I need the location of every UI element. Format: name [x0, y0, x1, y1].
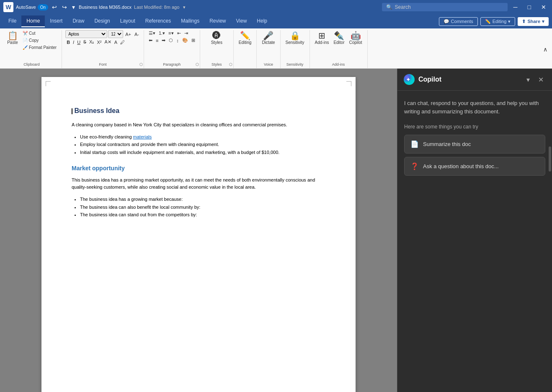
align-left-button[interactable]: ⬅	[147, 37, 154, 44]
share-chevron: ▾	[542, 19, 544, 24]
tab-layout[interactable]: Layout	[115, 15, 140, 27]
tab-draw[interactable]: Draw	[67, 15, 89, 27]
align-right-button[interactable]: ➡	[160, 37, 167, 44]
tab-help[interactable]: Help	[252, 15, 272, 27]
tab-review[interactable]: Review	[204, 15, 231, 27]
tab-design[interactable]: Design	[89, 15, 115, 27]
font-family-select[interactable]: Aptos	[65, 30, 107, 38]
paragraph-label: Paragraph	[144, 62, 200, 67]
copilot-minimize-button[interactable]: ▾	[524, 75, 532, 85]
market-para[interactable]: This business idea has a promising marke…	[72, 177, 325, 191]
font-selector-row: Aptos 12 A+ A-	[65, 30, 140, 38]
copilot-suggestion-summarize[interactable]: 📄 Summarize this doc	[404, 135, 545, 154]
ribbon-right-actions: 💬 Comments ✏️ Editing ▾ ⬆ Share ▾	[439, 17, 549, 26]
copilot-controls: ▾ ✕	[524, 75, 546, 85]
font-color-button[interactable]: A	[113, 39, 119, 45]
ribbon-tabs: File Home Insert Draw Design Layout Refe…	[0, 14, 552, 28]
autosave-toggle[interactable]: On	[38, 4, 48, 10]
last-modified: Last Modified: 8m ago	[134, 5, 179, 10]
tab-view[interactable]: View	[231, 15, 252, 27]
ribbon-group-font: Aptos 12 A+ A- B I U S̶ X₂ X² A✕ A 🖊 Fon…	[62, 30, 144, 68]
decrease-indent-button[interactable]: ⇤	[176, 30, 182, 36]
addins-label: Add-ins	[315, 40, 329, 45]
word-icon: W	[3, 2, 13, 12]
comments-icon: 💬	[444, 19, 449, 24]
autosave-label: AutoSave	[16, 5, 36, 10]
comments-button[interactable]: 💬 Comments	[439, 17, 478, 26]
multilevel-button[interactable]: ≡▾	[167, 30, 175, 36]
decrease-font-button[interactable]: A-	[133, 31, 140, 37]
editor-button[interactable]: ✒️ Editor	[331, 30, 346, 46]
format-painter-icon: 🖌️	[23, 45, 28, 50]
dictate-label: Dictate	[262, 40, 275, 45]
paragraph-expand-icon[interactable]: ⬡	[196, 62, 199, 67]
copilot-header: ✦ Copilot ▾ ✕	[397, 69, 552, 91]
superscript-button[interactable]: X²	[95, 39, 103, 45]
ribbon-content: 📋 Paste ✂️ Cut 📄 Copy 🖌️ Format Painter …	[0, 28, 552, 69]
format-painter-button[interactable]: 🖌️ Format Painter	[21, 44, 58, 51]
align-center-button[interactable]: ≡	[155, 38, 160, 44]
undo-button[interactable]: ↩	[51, 3, 58, 11]
paste-button[interactable]: 📋 Paste	[5, 30, 20, 46]
copilot-scrollbar[interactable]	[549, 146, 551, 172]
dictate-button[interactable]: 🎤 Dictate	[260, 30, 276, 46]
strikethrough-button[interactable]: S̶	[82, 39, 88, 45]
italic-button[interactable]: I	[72, 39, 75, 45]
materials-link[interactable]: materials	[133, 134, 152, 139]
subscript-button[interactable]: X₂	[88, 39, 95, 45]
numbering-button[interactable]: 1.▾	[157, 30, 166, 36]
editing-button[interactable]: ✏️ Editing ▾	[480, 17, 516, 26]
ask-icon: ❓	[410, 162, 419, 170]
title-bar: W AutoSave On ↩ ↪ ▾ Business Idea M365.d…	[0, 0, 552, 14]
restore-button[interactable]: □	[525, 3, 534, 11]
addins-button[interactable]: ⊞ Add-ins	[313, 30, 331, 46]
search-placeholder: Search	[395, 4, 411, 10]
font-expand-icon[interactable]: ⬡	[139, 62, 143, 67]
styles-expand-icon[interactable]: ⬡	[229, 62, 232, 67]
minimize-button[interactable]: ─	[511, 3, 520, 11]
version-history-button[interactable]: ▾	[182, 4, 187, 10]
sensitivity-label: Sensitivity	[286, 40, 304, 45]
bullets-button[interactable]: ☰▾	[147, 30, 157, 36]
document-intro[interactable]: A cleaning company based in New York Cit…	[72, 121, 325, 129]
customize-button[interactable]: ▾	[71, 3, 76, 11]
copilot-suggestion-ask[interactable]: ❓ Ask a question about this doc...	[404, 157, 545, 176]
close-button[interactable]: ✕	[539, 3, 549, 11]
collapse-ribbon-icon[interactable]: ∧	[542, 46, 549, 53]
copy-button[interactable]: 📄 Copy	[21, 37, 58, 44]
comments-label: Comments	[451, 19, 473, 24]
line-spacing-button[interactable]: ↕	[175, 38, 180, 44]
title-bar-controls: ─ □ ✕	[511, 3, 549, 11]
tab-file[interactable]: File	[3, 15, 21, 27]
clear-format-button[interactable]: A✕	[103, 39, 112, 45]
tab-home[interactable]: Home	[21, 15, 45, 27]
addins-icon: ⊞	[318, 31, 325, 40]
editing-ribbon-icon: ✏️	[240, 31, 250, 40]
cut-button[interactable]: ✂️ Cut	[21, 30, 58, 36]
tab-references[interactable]: References	[140, 15, 176, 27]
underline-button[interactable]: U	[76, 39, 82, 45]
highlight-button[interactable]: 🖊	[119, 39, 126, 45]
copilot-close-button[interactable]: ✕	[536, 75, 546, 85]
justify-button[interactable]: ⬡	[168, 37, 174, 44]
ribbon-collapse-button[interactable]: ∧	[542, 30, 550, 68]
copilot-ribbon-icon: 🤖	[351, 31, 361, 40]
list-row: ☰▾ 1.▾ ≡▾ ⇤ ⇥	[147, 30, 189, 36]
shading-button[interactable]: 🎨	[181, 37, 189, 44]
search-bar[interactable]: 🔍 Search	[382, 3, 508, 11]
tab-insert[interactable]: Insert	[45, 15, 67, 27]
tab-mailings[interactable]: Mailings	[176, 15, 204, 27]
share-button[interactable]: ⬆ Share ▾	[518, 17, 549, 26]
list-item: Employ local contractors and provide the…	[80, 141, 325, 149]
redo-button[interactable]: ↪	[61, 3, 68, 11]
increase-font-button[interactable]: A+	[124, 31, 132, 37]
editing-ribbon-button[interactable]: ✏️ Editing	[237, 30, 253, 46]
sensitivity-button[interactable]: 🔒 Sensitivity	[284, 30, 306, 46]
increase-indent-button[interactable]: ⇥	[183, 30, 189, 36]
copilot-ribbon-button[interactable]: 🤖 Copilot	[347, 30, 364, 46]
styles-label: Styles	[200, 62, 233, 67]
styles-button[interactable]: 🅐 Styles	[209, 30, 224, 46]
font-size-select[interactable]: 12	[108, 30, 123, 38]
bold-button[interactable]: B	[65, 39, 71, 45]
borders-button[interactable]: ⊞	[190, 37, 196, 44]
